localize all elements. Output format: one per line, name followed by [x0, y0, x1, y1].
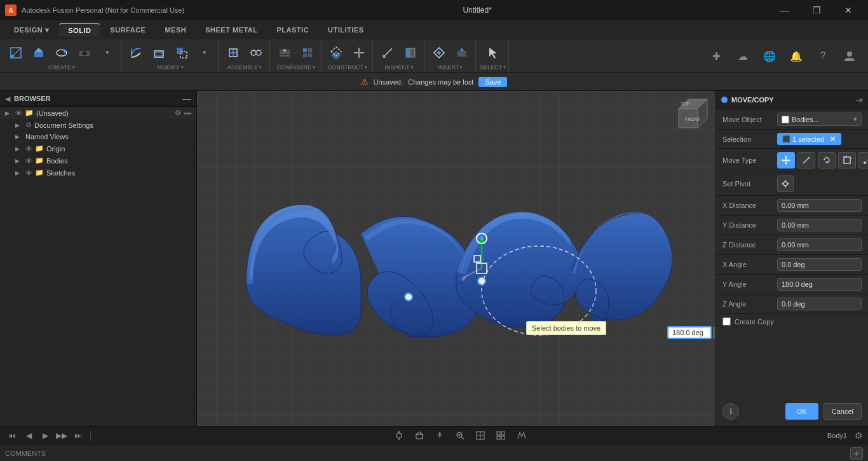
- toolbar-area: DESIGN ▾ SOLID SURFACE MESH SHEET METAL …: [0, 20, 868, 73]
- x-distance-input[interactable]: [777, 199, 862, 212]
- eye-icon[interactable]: 👁: [25, 145, 32, 153]
- info-button[interactable]: ℹ: [722, 403, 739, 420]
- axis-btn[interactable]: [348, 42, 370, 64]
- cube-btn[interactable]: [411, 429, 428, 443]
- nav-prev-btn[interactable]: ◀: [22, 429, 36, 443]
- revolve-btn[interactable]: [51, 42, 72, 64]
- z-angle-input[interactable]: [777, 298, 862, 310]
- shell-btn[interactable]: [148, 42, 170, 64]
- add-comment-btn[interactable]: +: [850, 447, 863, 460]
- cancel-button[interactable]: Cancel: [824, 403, 862, 420]
- section-analysis-btn[interactable]: [400, 42, 421, 64]
- row-label: Selection: [722, 135, 773, 143]
- nav-play-btn[interactable]: ▶: [38, 429, 52, 443]
- move-type-point-btn[interactable]: [858, 152, 868, 169]
- insert-mesh-btn[interactable]: [428, 42, 450, 64]
- tab-utilities[interactable]: UTILITIES: [319, 24, 372, 36]
- browser-title: BROWSER: [14, 95, 179, 102]
- view-cube[interactable]: FRONT TOP: [672, 96, 710, 134]
- row-label: Move Type: [722, 156, 773, 164]
- eye-icon[interactable]: 👁: [25, 169, 32, 177]
- move-type-free-btn[interactable]: [777, 152, 795, 169]
- settings-dot[interactable]: •••: [184, 109, 191, 117]
- tab-mesh[interactable]: MESH: [156, 24, 195, 36]
- tab-sheet-metal[interactable]: SHEET METAL: [196, 24, 266, 36]
- toolbar-section-modify: ▾ MODIFY ▾: [123, 40, 219, 72]
- move-type-buttons: [777, 152, 868, 169]
- browser-item-named-views[interactable]: ▶ Named Views: [0, 131, 196, 142]
- zoom-btn[interactable]: [452, 429, 468, 443]
- browser-collapse-btn[interactable]: —: [182, 93, 191, 104]
- viewport[interactable]: Select bodies to move ⋮ ↗ FRONT TOP: [197, 91, 715, 426]
- units-btn[interactable]: [513, 429, 529, 443]
- move-type-row: Move Type: [716, 149, 868, 172]
- more-modify-btn[interactable]: ▾: [194, 42, 215, 64]
- gear-icon[interactable]: ⚙: [175, 109, 181, 117]
- tab-plastic[interactable]: PLASTIC: [268, 24, 318, 36]
- offset-plane-btn[interactable]: [325, 42, 347, 64]
- nav-last-btn[interactable]: ⏭: [71, 429, 85, 443]
- clear-selection-btn[interactable]: ✕: [829, 134, 836, 144]
- set-pivot-btn[interactable]: [777, 175, 794, 192]
- bell-btn[interactable]: 🔔: [785, 45, 807, 67]
- joint-btn[interactable]: [245, 42, 267, 64]
- svg-rect-67: [844, 157, 850, 163]
- move-object-dropdown[interactable]: Bodies... ▾: [777, 113, 862, 126]
- svg-marker-60: [785, 156, 787, 158]
- angle-dots-button[interactable]: ⋮: [713, 327, 715, 339]
- angle-field[interactable]: [667, 326, 712, 339]
- create-copy-checkbox[interactable]: [722, 317, 731, 326]
- help-btn[interactable]: ?: [812, 45, 834, 67]
- add-tab-btn[interactable]: ✚: [705, 45, 727, 67]
- user-btn[interactable]: [839, 45, 860, 67]
- nav-first-btn[interactable]: ⏮: [5, 429, 19, 443]
- save-button[interactable]: Save: [478, 77, 507, 87]
- browser-item-origin[interactable]: ▶ 👁 📁 Origin: [0, 142, 196, 155]
- new-component-btn[interactable]: [222, 42, 244, 64]
- extrude-btn[interactable]: [28, 42, 50, 64]
- browser-item-unsaved[interactable]: ▶ 👁 📁 (Unsaved) ⚙ •••: [0, 107, 196, 119]
- tab-solid[interactable]: SOLID: [59, 23, 100, 37]
- browser-item-doc-settings[interactable]: ▶ ⚙ Document Settings: [0, 119, 196, 131]
- cloud-btn[interactable]: ☁: [732, 45, 754, 67]
- config-btn[interactable]: [297, 42, 318, 64]
- decal-btn[interactable]: [451, 42, 473, 64]
- fillet-btn[interactable]: [125, 42, 147, 64]
- create-sketch-btn[interactable]: [5, 42, 27, 64]
- minimize-button[interactable]: —: [770, 0, 799, 20]
- sync-btn[interactable]: 🌐: [759, 45, 780, 67]
- display-mode-btn[interactable]: [472, 429, 489, 443]
- tab-row: DESIGN ▾ SOLID SURFACE MESH SHEET METAL …: [0, 20, 868, 39]
- y-distance-input[interactable]: [777, 219, 862, 231]
- mode-button[interactable]: DESIGN ▾: [5, 24, 58, 37]
- parameters-btn[interactable]: [274, 42, 295, 64]
- ok-button[interactable]: OK: [785, 403, 818, 420]
- svg-marker-83: [416, 432, 423, 434]
- panel-expand-btn[interactable]: ⇥: [855, 95, 863, 105]
- nav-next-btn[interactable]: ▶▶: [55, 429, 69, 443]
- measure-btn[interactable]: [377, 42, 398, 64]
- y-angle-input[interactable]: [777, 278, 862, 291]
- eye-icon[interactable]: 👁: [25, 157, 32, 165]
- grid-btn[interactable]: [492, 429, 509, 443]
- scale-btn[interactable]: [171, 42, 193, 64]
- eye-icon[interactable]: 👁: [15, 109, 22, 117]
- tab-surface[interactable]: SURFACE: [101, 24, 154, 36]
- more-create-btn[interactable]: ▾: [97, 42, 118, 64]
- selection-count-icon: ⬛: [782, 135, 790, 142]
- grid-snap-btn[interactable]: [391, 429, 407, 443]
- browser-item-bodies[interactable]: ▶ 👁 📁 Bodies: [0, 155, 196, 167]
- move-type-axis-btn[interactable]: [797, 152, 815, 169]
- close-button[interactable]: ✕: [834, 0, 863, 20]
- move-type-transform-btn[interactable]: [838, 152, 856, 169]
- maximize-button[interactable]: ❐: [802, 0, 831, 20]
- browser-item-sketches[interactable]: ▶ 👁 📁 Sketches: [0, 167, 196, 179]
- move-type-rotate-btn[interactable]: [818, 152, 836, 169]
- x-angle-input[interactable]: [777, 258, 862, 271]
- hole-btn[interactable]: [74, 42, 95, 64]
- z-distance-input[interactable]: [777, 238, 862, 251]
- pan-btn[interactable]: [431, 429, 448, 443]
- select-btn[interactable]: [482, 42, 504, 64]
- settings-gear-icon[interactable]: ⚙: [855, 430, 863, 441]
- create-copy-label: Create Copy: [735, 318, 774, 326]
